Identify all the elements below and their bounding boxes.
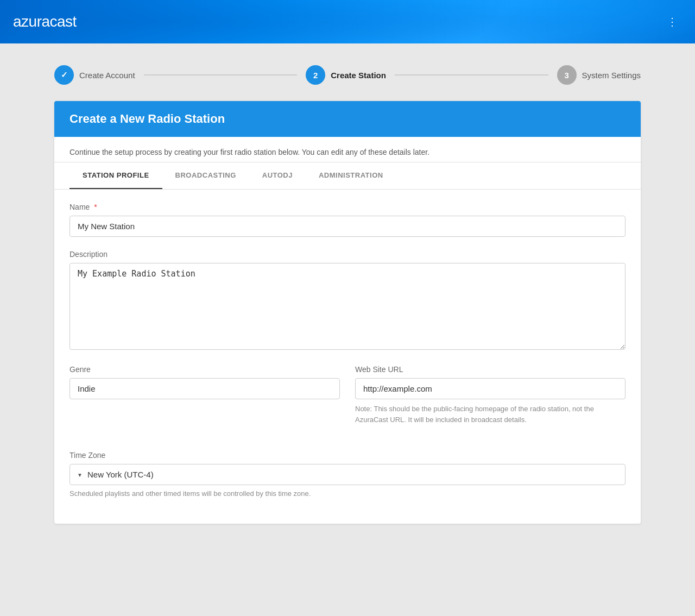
step-3-number: 3	[564, 71, 568, 80]
step-2-label: Create Station	[331, 71, 386, 80]
description-field-group: Description My Example Radio Station	[70, 250, 626, 352]
stepper: ✓ Create Account 2 Create Station 3 Syst…	[54, 65, 641, 85]
description-label: Description	[70, 250, 626, 259]
app-header: azuracast ⋮	[0, 0, 695, 43]
name-label: Name *	[70, 203, 626, 211]
header-menu-button[interactable]: ⋮	[662, 11, 682, 33]
form-body: Name * Description My Example Radio Stat…	[54, 190, 641, 524]
step-line-2	[395, 74, 548, 76]
tab-station-profile[interactable]: STATION PROFILE	[70, 162, 162, 189]
logo-bold: azura	[13, 13, 50, 30]
step-2-number: 2	[313, 71, 318, 80]
genre-label: Genre	[70, 365, 340, 374]
website-col: Web Site URL Note: This should be the pu…	[355, 365, 626, 438]
tabs-bar: STATION PROFILE BROADCASTING AUTODJ ADMI…	[54, 162, 641, 190]
step-line-1	[144, 74, 298, 76]
card-subtext: Continue the setup process by creating y…	[54, 137, 641, 162]
genre-col: Genre	[70, 365, 340, 438]
tab-broadcasting[interactable]: BROADCASTING	[162, 162, 249, 189]
name-field-group: Name *	[70, 203, 626, 237]
app-logo: azuracast	[13, 13, 77, 30]
name-input[interactable]	[70, 216, 626, 237]
step-system-settings: 3 System Settings	[557, 65, 641, 85]
step-2-circle: 2	[306, 65, 325, 85]
step-1-circle: ✓	[54, 65, 74, 85]
tab-administration[interactable]: ADMINISTRATION	[306, 162, 396, 189]
tab-autodj[interactable]: AUTODJ	[249, 162, 306, 189]
website-field-group: Web Site URL Note: This should be the pu…	[355, 365, 626, 425]
website-hint: Note: This should be the public-facing h…	[355, 404, 626, 425]
card-header: Create a New Radio Station	[54, 101, 641, 137]
timezone-hint: Scheduled playlists and other timed item…	[70, 489, 626, 498]
step-create-station: 2 Create Station	[306, 65, 386, 85]
timezone-label: Time Zone	[70, 451, 626, 460]
step-create-account: ✓ Create Account	[54, 65, 135, 85]
description-textarea[interactable]: My Example Radio Station	[70, 263, 626, 350]
genre-input[interactable]	[70, 378, 340, 399]
step-1-label: Create Account	[79, 71, 135, 80]
timezone-select[interactable]: New York (UTC-4)	[70, 464, 626, 485]
timezone-field-group: Time Zone ▼ New York (UTC-4) Scheduled p…	[70, 451, 626, 498]
logo-light: cast	[50, 13, 77, 30]
main-card: Create a New Radio Station Continue the …	[54, 101, 641, 524]
step-3-label: System Settings	[582, 71, 641, 80]
website-label: Web Site URL	[355, 365, 626, 374]
page-body: ✓ Create Account 2 Create Station 3 Syst…	[22, 43, 673, 545]
website-input[interactable]	[355, 378, 626, 399]
required-indicator: *	[92, 203, 97, 211]
checkmark-icon: ✓	[61, 70, 68, 80]
card-title: Create a New Radio Station	[70, 112, 626, 126]
timezone-select-wrapper: ▼ New York (UTC-4)	[70, 464, 626, 485]
genre-field-group: Genre	[70, 365, 340, 399]
step-3-circle: 3	[557, 65, 577, 85]
genre-website-row: Genre Web Site URL Note: This should be …	[70, 365, 626, 438]
vertical-dots-icon: ⋮	[667, 16, 678, 28]
